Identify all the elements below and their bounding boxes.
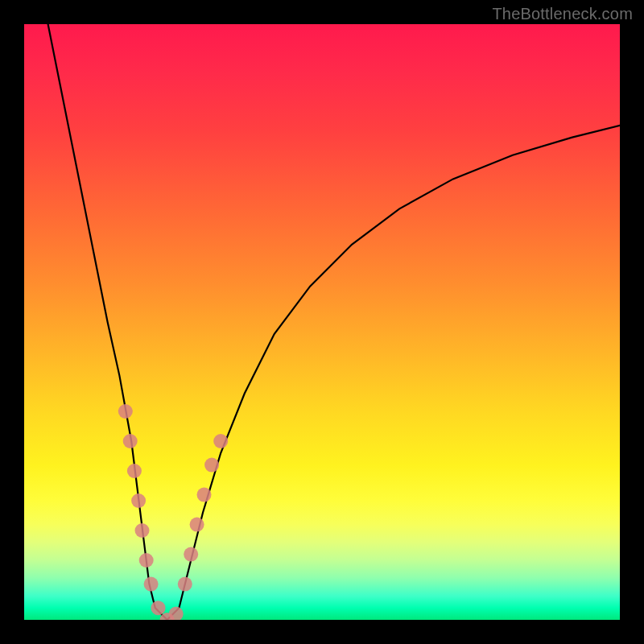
- marker-dot: [213, 434, 228, 448]
- watermark-text: TheBottleneck.com: [492, 5, 633, 23]
- marker-dot: [197, 488, 212, 502]
- chart-svg: [24, 24, 620, 620]
- marker-dot: [123, 434, 138, 448]
- plot-area: [24, 24, 620, 620]
- marker-dot: [139, 553, 154, 568]
- bottleneck-curve: [48, 24, 620, 620]
- marker-dot: [135, 523, 150, 538]
- marker-dot: [127, 464, 142, 478]
- marker-dot: [118, 404, 133, 419]
- chart-frame: TheBottleneck.com: [0, 0, 644, 644]
- marker-dot: [204, 458, 219, 473]
- highlight-dots: [118, 404, 228, 620]
- marker-dot: [190, 518, 204, 532]
- marker-dot: [151, 601, 166, 615]
- marker-dot: [131, 493, 146, 508]
- marker-dot: [169, 607, 184, 620]
- marker-dot: [184, 547, 198, 562]
- marker-dot: [178, 577, 192, 592]
- marker-dot: [144, 577, 159, 592]
